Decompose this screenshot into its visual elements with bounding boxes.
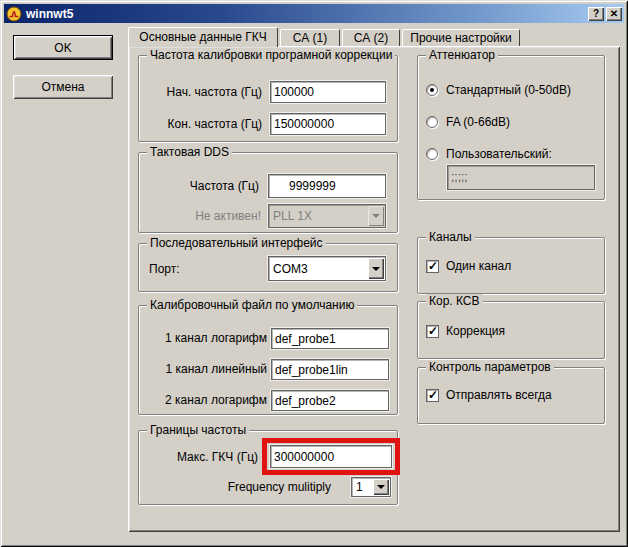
close-icon[interactable]: ✕	[606, 7, 622, 21]
group-title: Аттенюатор	[426, 48, 498, 62]
dds-frequency-label: Частота (Гц)	[144, 179, 259, 193]
chevron-down-icon	[368, 206, 384, 226]
checkbox-icon[interactable]	[426, 260, 439, 273]
frequency-multiply-value: 1	[356, 480, 363, 494]
group-parameter-control: Контроль параметров Отправлять всегда	[417, 367, 605, 424]
window-title: winnwt5	[26, 7, 586, 21]
titlebar[interactable]: winnwt5 ? ✕	[4, 4, 624, 23]
group-title: Каналы	[426, 230, 475, 244]
radio-icon[interactable]	[426, 84, 438, 96]
chevron-down-icon[interactable]	[373, 479, 389, 495]
radio-fa-attenuator[interactable]: FA (0-66dB)	[426, 115, 510, 129]
tab-label: СА (2)	[354, 31, 388, 45]
group-attenuator: Аттенюатор Стандартный (0-50dB) FA (0-66…	[417, 55, 605, 200]
tab-label: Основные данные ГКЧ	[139, 30, 266, 44]
tab-other-settings[interactable]: Прочие настройки	[402, 29, 520, 46]
dds-frequency-input[interactable]	[268, 174, 386, 198]
group-title: Тактовая DDS	[147, 145, 232, 159]
send-always-checkbox-row[interactable]: Отправлять всегда	[426, 388, 552, 402]
group-title: Контроль параметров	[426, 360, 554, 374]
group-title: Частота калибровки програмной коррекции	[147, 48, 395, 62]
group-title: Последовательный интерфейс	[147, 236, 326, 250]
group-title: Границы частоты	[147, 423, 249, 437]
group-title: Калибровочный файл по умолчанию	[147, 298, 357, 312]
group-title: Кор. КСВ	[426, 294, 483, 308]
radio-label: FA (0-66dB)	[446, 115, 510, 129]
port-value: COM3	[273, 262, 308, 276]
group-calibration-frequency: Частота калибровки програмной коррекции …	[138, 55, 398, 142]
radio-label: Стандартный (0-50dB)	[446, 83, 571, 97]
checkbox-label: Один канал	[446, 259, 511, 273]
frequency-multiply-select[interactable]: 1	[351, 477, 391, 497]
cancel-button[interactable]: Отмена	[13, 75, 113, 99]
start-frequency-label: Нач. частота (Гц)	[144, 85, 262, 99]
app-icon	[6, 6, 22, 22]
chevron-down-icon[interactable]	[368, 258, 384, 279]
group-clock-dds: Тактовая DDS Частота (Гц) Не активен! PL…	[138, 152, 398, 233]
pll-select: PLL 1X	[268, 204, 386, 228]
ok-button[interactable]: OK	[13, 35, 113, 60]
correction-checkbox-row[interactable]: Коррекция	[426, 324, 505, 338]
radio-icon[interactable]	[426, 116, 438, 128]
port-label: Порт:	[149, 262, 180, 276]
port-select[interactable]: COM3	[268, 256, 386, 281]
single-channel-checkbox-row[interactable]: Один канал	[426, 259, 511, 273]
start-frequency-input[interactable]	[270, 81, 386, 103]
checkbox-label: Коррекция	[446, 324, 505, 338]
tab-ca1[interactable]: СА (1)	[280, 29, 340, 46]
stop-frequency-input[interactable]	[270, 113, 386, 135]
checkbox-icon[interactable]	[426, 325, 439, 338]
radio-custom-attenuator[interactable]: Пользовательский:	[426, 147, 552, 161]
max-frequency-input[interactable]	[270, 445, 392, 468]
group-swr-correction: Кор. КСВ Коррекция	[417, 301, 605, 359]
radio-icon[interactable]	[426, 148, 438, 160]
stop-frequency-label: Кон. частота (Гц)	[144, 117, 262, 131]
max-frequency-label: Макс. ГКЧ (Гц)	[144, 450, 258, 464]
group-calibration-files: Калибровочный файл по умолчанию 1 канал …	[138, 305, 398, 415]
radio-standard-attenuator[interactable]: Стандартный (0-50dB)	[426, 83, 571, 97]
tab-ca2[interactable]: СА (2)	[342, 29, 400, 46]
checkbox-icon[interactable]	[426, 389, 439, 402]
frequency-multiply-label: Frequency mulitiply	[179, 480, 331, 494]
ch1-lin-input[interactable]	[271, 359, 389, 380]
ch1-log-label: 1 канал логарифм	[144, 331, 267, 345]
tab-label: СА (1)	[293, 31, 327, 45]
group-frequency-limits: Границы частоты Макс. ГКЧ (Гц) Frequency…	[138, 430, 398, 505]
tab-label: Прочие настройки	[410, 31, 511, 45]
group-channels: Каналы Один канал	[417, 237, 605, 294]
radio-label: Пользовательский:	[446, 147, 552, 161]
tab-widget: Основные данные ГКЧ СА (1) СА (2) Прочие…	[128, 27, 620, 532]
pll-value: PLL 1X	[273, 209, 312, 223]
dds-inactive-label: Не активен!	[144, 209, 261, 223]
help-icon[interactable]: ?	[588, 7, 604, 21]
ch1-log-input[interactable]	[271, 328, 389, 349]
custom-attenuator-input: ;;;;;	[447, 165, 595, 190]
tab-main-data[interactable]: Основные данные ГКЧ	[128, 27, 278, 47]
ch2-log-input[interactable]	[271, 390, 389, 411]
checkbox-label: Отправлять всегда	[446, 388, 552, 402]
winnwt5-window: winnwt5 ? ✕ OK Отмена Основные данные ГК…	[0, 0, 628, 547]
ch2-log-label: 2 канал логарифм	[144, 393, 267, 407]
ch1-lin-label: 1 канал линейный	[144, 362, 267, 376]
group-serial-interface: Последовательный интерфейс Порт: COM3	[138, 243, 398, 292]
